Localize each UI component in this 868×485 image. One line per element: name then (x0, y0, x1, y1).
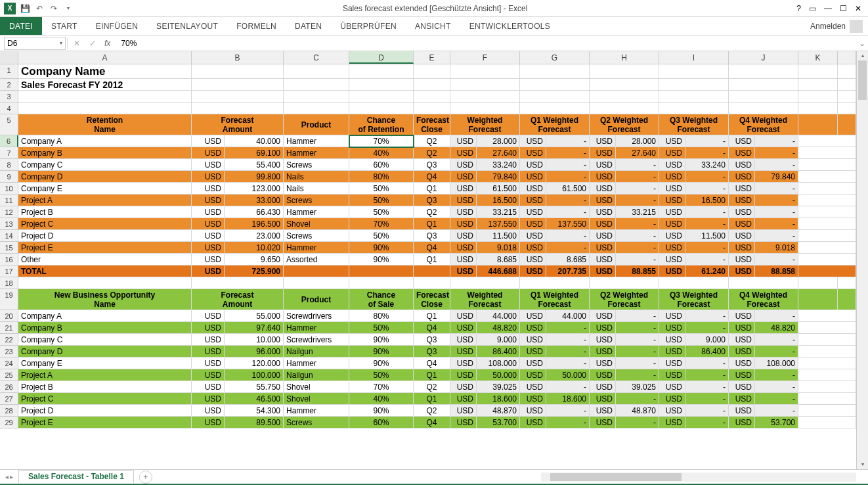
fx-icon[interactable]: fx (100, 39, 114, 48)
cell-name[interactable]: Company B (18, 322, 192, 334)
select-all-button[interactable] (0, 51, 18, 64)
header-cell[interactable]: WeightedForecast (450, 114, 520, 135)
cell-name[interactable]: Project A (18, 369, 192, 381)
row-header-16[interactable]: 16 (0, 254, 18, 266)
tab-formulas[interactable]: FORMELN (227, 17, 286, 35)
cell-name[interactable]: Project D (18, 405, 192, 417)
header-cell[interactable] (798, 289, 838, 310)
row-header-29[interactable]: 29 (0, 417, 18, 428)
tab-data[interactable]: DATEN (286, 17, 331, 35)
save-icon[interactable]: 💾 (20, 3, 30, 14)
header-cell[interactable]: Q3 WeightedForecast (659, 114, 729, 135)
header-cell[interactable]: WeightedForecast (450, 289, 520, 310)
column-header-H[interactable]: H (590, 51, 659, 64)
row-header-20[interactable]: 20 (0, 310, 18, 322)
row-header-8[interactable]: 8 (0, 159, 18, 171)
row-header-10[interactable]: 10 (0, 183, 18, 195)
scroll-thumb[interactable] (858, 60, 867, 100)
header-cell[interactable]: Q2 WeightedForecast (590, 289, 659, 310)
cell-name[interactable]: Company C (18, 334, 192, 346)
header-cell[interactable]: ForecastAmount (192, 289, 284, 310)
row-header-28[interactable]: 28 (0, 405, 18, 417)
redo-icon[interactable]: ↷ (49, 3, 59, 14)
row-header-1[interactable]: 1 (0, 64, 18, 79)
header-cell[interactable]: Product (284, 114, 349, 135)
column-header-A[interactable]: A (18, 51, 192, 64)
column-header-B[interactable]: B (192, 51, 284, 64)
row-header-18[interactable]: 18 (0, 277, 18, 289)
add-sheet-button[interactable]: + (139, 471, 152, 484)
column-header-J[interactable]: J (729, 51, 798, 64)
page-subtitle[interactable]: Sales Forecast FY 2012 (18, 79, 192, 91)
header-cell[interactable]: Q2 WeightedForecast (590, 114, 659, 135)
sign-in-link[interactable]: Anmelden (810, 22, 846, 31)
column-header-C[interactable]: C (284, 51, 349, 64)
header-cell[interactable]: ForecastAmount (192, 114, 284, 135)
maximize-icon[interactable]: ☐ (840, 4, 847, 13)
cell-name[interactable]: Project E (18, 242, 192, 254)
tab-insert[interactable]: EINFÜGEN (87, 17, 147, 35)
tab-layout[interactable]: SEITENLAYOUT (147, 17, 227, 35)
cell-name[interactable]: Company D (18, 346, 192, 358)
header-cell[interactable]: New Business OpportunityName (18, 289, 192, 310)
help-icon[interactable]: ? (796, 4, 801, 13)
row-header-17[interactable]: 17 (0, 266, 18, 277)
row-header-19[interactable]: 19 (0, 289, 18, 310)
row-header-26[interactable]: 26 (0, 381, 18, 393)
cell-name[interactable]: Project C (18, 393, 192, 405)
cell-name[interactable]: Project C (18, 218, 192, 230)
formula-input[interactable] (114, 39, 856, 48)
row-header-3[interactable]: 3 (0, 91, 18, 103)
cell-name[interactable]: Company E (18, 183, 192, 195)
column-header-I[interactable]: I (659, 51, 729, 64)
sheet-nav-next-icon[interactable]: ▸ (10, 473, 13, 480)
header-cell[interactable]: RetentionName (18, 114, 192, 135)
tab-developer[interactable]: ENTWICKLERTOOLS (460, 17, 559, 35)
row-header-24[interactable]: 24 (0, 358, 18, 369)
qat-dropdown-icon[interactable]: ▾ (63, 3, 74, 14)
name-box[interactable]: D6 ▾ (4, 37, 66, 50)
page-title[interactable]: Company Name (18, 64, 192, 79)
cell-name[interactable]: Company D (18, 171, 192, 183)
ribbon-options-icon[interactable]: ▭ (809, 4, 816, 13)
row-header-9[interactable]: 9 (0, 171, 18, 183)
tab-view[interactable]: ANSICHT (406, 17, 460, 35)
header-cell[interactable]: Q1 WeightedForecast (520, 114, 590, 135)
row-header-5[interactable]: 5 (0, 114, 18, 135)
header-cell[interactable]: Chanceof Sale (349, 289, 414, 310)
row-header-12[interactable]: 12 (0, 206, 18, 218)
vertical-scrollbar[interactable]: ▴ ▾ (856, 51, 868, 469)
name-box-dropdown-icon[interactable]: ▾ (60, 40, 62, 46)
cell-name[interactable]: Company C (18, 159, 192, 171)
header-cell[interactable]: ForecastClose (414, 289, 450, 310)
close-icon[interactable]: ✕ (855, 4, 861, 13)
horizontal-scrollbar[interactable] (541, 473, 856, 482)
cell-name[interactable]: Other (18, 254, 192, 266)
row-header-4[interactable]: 4 (0, 103, 18, 114)
cell-name[interactable]: Company A (18, 310, 192, 322)
cell-name[interactable]: Company E (18, 358, 192, 369)
cancel-formula-icon[interactable]: ✕ (69, 39, 85, 48)
header-cell[interactable]: Q1 WeightedForecast (520, 289, 590, 310)
cell-name[interactable]: Project E (18, 417, 192, 428)
row-header-11[interactable]: 11 (0, 195, 18, 206)
row-header-7[interactable]: 7 (0, 147, 18, 159)
column-header-F[interactable]: F (450, 51, 520, 64)
tab-file[interactable]: DATEI (0, 17, 42, 35)
cell-name[interactable]: Company B (18, 147, 192, 159)
sheet-nav-prev-icon[interactable]: ◂ (5, 473, 9, 480)
scroll-down-icon[interactable]: ▾ (857, 460, 868, 469)
row-header-25[interactable]: 25 (0, 369, 18, 381)
row-header-2[interactable]: 2 (0, 79, 18, 91)
column-header-E[interactable]: E (414, 51, 450, 64)
scroll-up-icon[interactable]: ▴ (857, 51, 868, 60)
row-header-21[interactable]: 21 (0, 322, 18, 334)
column-header-G[interactable]: G (520, 51, 590, 64)
header-cell[interactable]: ForecastClose (414, 114, 450, 135)
header-cell[interactable]: Q3 WeightedForecast (659, 289, 729, 310)
header-cell[interactable]: Q4 WeightedForecast (729, 114, 798, 135)
column-header-D[interactable]: D (349, 51, 414, 64)
cell-name[interactable]: Project D (18, 230, 192, 242)
hscroll-thumb[interactable] (550, 473, 682, 481)
cell-name[interactable]: Project B (18, 206, 192, 218)
